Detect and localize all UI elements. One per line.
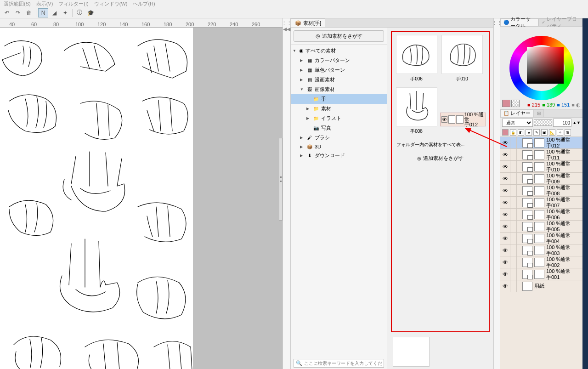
layer-row[interactable]: 👁 100 %通常手003 (500, 244, 582, 256)
layer-ref-icon[interactable]: ★ (526, 129, 532, 136)
tool-info[interactable]: ⓘ (74, 8, 85, 17)
layer-row[interactable]: 👁 100 %通常手001 (500, 268, 582, 280)
color-wheel[interactable]: 215 139 151 ◐ (500, 27, 582, 109)
tree-item[interactable]: ▶▦カラーパターン (291, 56, 387, 65)
layer-extra-tab[interactable]: ⊞ (534, 109, 544, 117)
color-circle-tab[interactable]: 🔵 カラーサークル (500, 18, 538, 26)
layer-thumb (522, 222, 532, 231)
menu-help[interactable]: ヘルプ(H) (133, 0, 155, 7)
tree-item[interactable]: ▶📦3D (291, 142, 387, 151)
layer-ruler-icon[interactable]: 📐 (549, 129, 555, 136)
tree-item[interactable]: ▶📁イラスト (291, 114, 387, 123)
layer-row[interactable]: 👁 100 %通常手010 (500, 161, 582, 173)
splitter-handle[interactable] (279, 138, 283, 221)
layer-visibility-icon[interactable]: 👁 (500, 161, 510, 173)
layer-visibility-icon[interactable]: 👁 (500, 233, 510, 244)
drag-arrow-annotation (458, 126, 509, 149)
material-thumb[interactable]: 手006 (395, 35, 438, 85)
layer-row[interactable]: 👁 100 %通常手008 (500, 185, 582, 197)
layer-thumb (522, 246, 532, 255)
layer-row[interactable]: 👁 100 %通常手002 (500, 256, 582, 268)
tree-item[interactable]: ▼🖼画像素材 (291, 85, 387, 94)
layer-row[interactable]: 👁 100 %通常手005 (500, 221, 582, 233)
material-thumb[interactable]: 手008 (395, 87, 438, 138)
tree-item[interactable]: 📁手 (291, 94, 387, 104)
layer-row[interactable]: 👁 100 %通常手012 (500, 137, 582, 149)
tree-root[interactable]: ▼◉ すべての素材 (291, 46, 387, 56)
menu-select[interactable]: 選択範囲(S) (4, 0, 31, 7)
layer-visibility-icon[interactable]: 👁 (500, 197, 510, 209)
panel-collapse-right[interactable]: ⋮⋮ (494, 18, 500, 369)
layer-mask-thumb (534, 186, 544, 195)
layer-visibility-icon[interactable]: 👁 (500, 244, 510, 256)
layer-effect-icon[interactable]: ✧ (557, 129, 563, 136)
menu-filter[interactable]: フィルター(I) (58, 0, 88, 7)
layer-visibility-icon[interactable]: 👁 (500, 268, 510, 280)
tree-item[interactable]: ▶🖌ブラシ (291, 133, 387, 142)
svg-line-0 (465, 128, 507, 147)
tree-item[interactable]: ▶▤漫画素材 (291, 75, 387, 85)
layer-visibility-icon[interactable]: 👁 (500, 280, 510, 292)
material-thumb[interactable]: 手010 (440, 35, 484, 85)
layer-thumb (522, 198, 532, 207)
menu-window[interactable]: ウィンドウ(W) (94, 0, 128, 7)
tree-item[interactable]: 📷写真 (291, 123, 387, 133)
layer-mask-thumb (534, 210, 544, 219)
background-swatch[interactable] (511, 100, 520, 107)
layer-visibility-icon[interactable]: 👁 (500, 256, 510, 268)
material-search-box[interactable]: 🔍 (294, 359, 384, 368)
layer-lock-icon[interactable]: 🔒 (510, 129, 516, 136)
layer-visibility-icon[interactable]: 👁 (500, 221, 510, 233)
layer-visibility-icon[interactable]: 👁 (500, 173, 510, 185)
layer-mask-thumb (534, 270, 544, 279)
layer-draft-icon[interactable]: ✎ (533, 129, 540, 136)
layer-mask-thumb (534, 234, 544, 243)
tree-item[interactable]: ▶▦単色パターン (291, 65, 387, 75)
layer-mask-thumb (534, 198, 544, 207)
layer-row[interactable]: 👁 100 %通常手004 (500, 233, 582, 244)
layer-mask-icon[interactable]: ▣ (541, 129, 548, 136)
layer-visibility-icon[interactable]: 👁 (500, 185, 510, 197)
layer-row[interactable]: 👁 100 %通常手009 (500, 173, 582, 185)
layer-thumb (522, 174, 532, 183)
foreground-swatch[interactable] (502, 100, 510, 107)
layer-visibility-icon[interactable]: 👁 (500, 149, 510, 161)
material-search-input[interactable] (304, 361, 382, 366)
search-more-materials-button[interactable]: ◎ 追加素材をさがす (294, 30, 384, 42)
menu-view[interactable]: 表示(V) (36, 0, 53, 7)
layer-clip-icon[interactable]: ◧ (518, 129, 524, 136)
layer-trash-icon[interactable]: 🗑 (565, 129, 571, 136)
layer-mask-thumb (534, 246, 544, 255)
canvas[interactable] (0, 28, 193, 369)
layer-row[interactable]: 👁 100 %通常手011 (500, 149, 582, 161)
rgb-readout: 215 139 151 ◐ (527, 102, 581, 108)
material-tab[interactable]: 📦 素材[手] (291, 18, 325, 27)
redo-button[interactable]: ↷ (13, 8, 23, 17)
undo-button[interactable]: ↶ (2, 8, 12, 17)
layer-mask-thumb (534, 150, 544, 159)
layer-tab[interactable]: 📋 レイヤー (500, 109, 534, 117)
opacity-input[interactable] (553, 119, 571, 127)
delete-button[interactable]: 🗑 (24, 8, 34, 17)
layer-row[interactable]: 👁 用紙 (500, 280, 582, 292)
search-more-inline-button[interactable]: ◎ 追加素材をさがす (413, 153, 467, 163)
panel-collapse-left[interactable]: ⋮⋮◀◀ (283, 18, 291, 369)
tool-help[interactable]: 🎓 (85, 8, 96, 17)
layer-thumb (522, 162, 532, 171)
layer-thumb (522, 138, 532, 148)
top-toolbar: ↶ ↷ 🗑 N ◢ ✦ ⓘ 🎓 (0, 7, 588, 18)
layer-visibility-icon[interactable]: 👁 (500, 209, 510, 221)
layer-thumb (522, 186, 532, 195)
tool-ruler[interactable]: ◢ (49, 8, 59, 17)
layer-property-tab[interactable]: ✓ レイヤープロパティ (538, 18, 582, 26)
material-tree: ▼◉ すべての素材 ▶▦カラーパターン▶▦単色パターン▶▤漫画素材▼🖼画像素材📁… (291, 45, 387, 356)
right-panel: 🔵 カラーサークル ✓ レイヤープロパティ 215 139 151 ◐ 📋 レイ… (500, 18, 582, 369)
layer-row[interactable]: 👁 100 %通常手006 (500, 209, 582, 221)
tree-item[interactable]: ▶⬇ダウンロード (291, 151, 387, 160)
opacity-preview (534, 119, 552, 126)
menu-bar: 選択範囲(S) 表示(V) フィルター(I) ウィンドウ(W) ヘルプ(H) (0, 0, 588, 7)
tool-n[interactable]: N (38, 8, 48, 17)
tool-snap[interactable]: ✦ (60, 8, 70, 17)
tree-item[interactable]: ▶📁素材 (291, 104, 387, 114)
layer-row[interactable]: 👁 100 %通常手007 (500, 197, 582, 209)
